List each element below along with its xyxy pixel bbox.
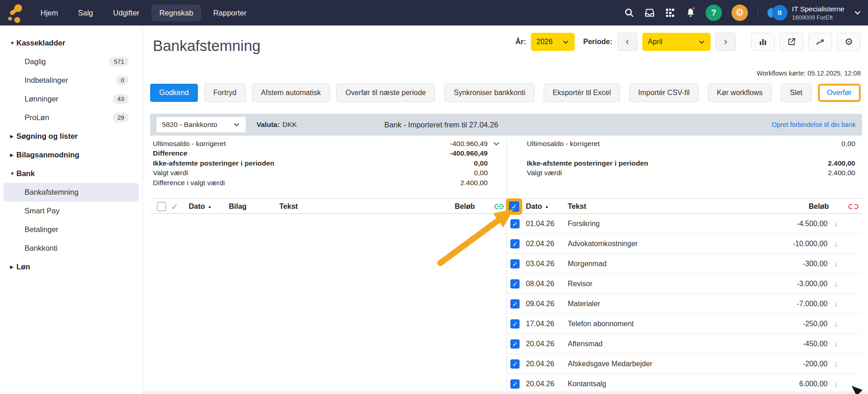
table-row[interactable]: ✓ 02.04.26 Advokatomkostninger -10.000,0…	[507, 234, 862, 254]
table-row[interactable]: ✓ 20.04.26 Kontantsalg 6.000,00 ↓	[507, 374, 862, 394]
row-checkbox[interactable]: ✓	[510, 259, 520, 268]
table-row[interactable]: ✓ 17.04.26 Telefon abonnoment -250,00 ↓	[507, 314, 862, 334]
sidebar-item-lonninger[interactable]: Lønninger 43	[4, 90, 139, 108]
nav-item-salg[interactable]: Salg	[71, 5, 101, 21]
row-checkbox[interactable]: ✓	[510, 299, 520, 308]
sidebar-item-indbetalinger[interactable]: Indbetalinger 0	[4, 71, 139, 90]
sidebar-item-bankkonti[interactable]: Bankkonti	[4, 239, 139, 258]
column-header-text-right[interactable]: Tekst	[568, 199, 586, 214]
sidebar-item-daglig[interactable]: Daglig 571	[4, 52, 139, 71]
chart-view-button[interactable]	[751, 33, 775, 51]
settings-button[interactable]: ⚙	[732, 5, 748, 21]
column-header-text-left[interactable]: Tekst	[279, 199, 298, 214]
open-external-button[interactable]	[780, 33, 803, 51]
run-workflows-button[interactable]: Kør workflows	[708, 84, 772, 102]
sidebar-group-bank[interactable]: ▼ Bank	[4, 164, 139, 183]
unlinked-entries-icon[interactable]	[848, 199, 858, 214]
delete-button[interactable]: Slet	[781, 84, 812, 102]
summary-label: Difference i valgt værdi	[153, 179, 225, 187]
transfer-button[interactable]: Overfør	[818, 84, 861, 102]
table-row[interactable]: ✓ 08.04.26 Revisor -3.000,00 ↓	[507, 274, 862, 294]
help-button[interactable]: ?	[706, 5, 722, 21]
row-checkbox[interactable]: ✓	[510, 379, 520, 389]
row-checkbox[interactable]: ✓	[510, 279, 520, 288]
inbox-icon[interactable]	[644, 7, 655, 18]
sidebar-group-kassekladder[interactable]: ▼ Kassekladder	[4, 34, 139, 52]
linked-entries-icon[interactable]	[494, 199, 504, 214]
bank-account-select[interactable]: 5820 - Bankkonto	[156, 117, 246, 132]
currency-value: DKK	[283, 121, 297, 128]
table-row[interactable]: ✓ 03.04.26 Morgenmad -300,00 ↓	[507, 254, 862, 274]
row-date: 02.04.26	[526, 240, 568, 248]
nav-item-hjem[interactable]: Hjem	[33, 5, 66, 21]
year-value: 2026	[536, 38, 553, 46]
sidebar-item-prolon[interactable]: ProLøn 29	[4, 108, 139, 127]
sync-bank-accounts-button[interactable]: Synkroniser bankkonti	[444, 84, 534, 102]
company-name: IT Specialisterne	[792, 5, 844, 13]
connect-bank-link[interactable]: Opret forbindelse til din bank	[772, 121, 856, 128]
previous-period-button[interactable]: ‹	[617, 33, 637, 51]
app-logo[interactable]	[0, 2, 30, 23]
table-row[interactable]: ✓ 20.04.26 Aftensmad -450,00 ↓	[507, 334, 862, 354]
sidebar-group-lon[interactable]: ▶ Løn	[4, 258, 139, 276]
column-header-date-right[interactable]: Dato▲	[526, 199, 549, 214]
notifications-bell-icon[interactable]	[685, 7, 696, 18]
nav-item-regnskab[interactable]: Regnskab	[151, 5, 201, 21]
bank-reconciliation-app: Hjem Salg Udgifter Regnskab Rapporter	[0, 0, 868, 394]
transfer-next-period-button[interactable]: Overfør til næste periode	[336, 84, 435, 102]
sidebar-item-smart-pay[interactable]: Smart Pay	[4, 202, 139, 220]
next-period-button[interactable]: ›	[716, 33, 736, 51]
auto-reconcile-button[interactable]: Afstem automatisk	[252, 84, 330, 102]
sidebar-item-label: Bankkonti	[25, 244, 57, 253]
summary-collapse-toggle[interactable]	[492, 140, 500, 150]
workflows-button[interactable]	[808, 33, 832, 51]
year-select[interactable]: 2026	[531, 33, 575, 51]
move-down-icon[interactable]: ↓	[830, 259, 842, 269]
sidebar-item-bankafstemning[interactable]: Bankafstemning	[4, 183, 139, 202]
move-down-icon[interactable]: ↓	[830, 219, 842, 229]
select-all-right-checkbox[interactable]: ✓	[509, 202, 519, 212]
workflow-arrow-icon	[815, 37, 825, 46]
summary-row: Difference -400.960,49	[153, 149, 488, 159]
nav-item-rapporter[interactable]: Rapporter	[206, 5, 254, 21]
column-header-amount-left[interactable]: Beløb	[423, 199, 475, 214]
approve-button[interactable]: Godkend	[150, 84, 198, 102]
move-down-icon[interactable]: ↓	[830, 359, 842, 369]
bank-account-bar: 5820 - Bankkonto Valuta:DKK Bank - Impor…	[150, 114, 862, 136]
row-checkbox[interactable]: ✓	[510, 359, 520, 369]
account-switcher[interactable]: it IT Specialisterne 1609009 ForEft	[767, 5, 862, 21]
sidebar-group-sogning-og-lister[interactable]: ▶ Søgning og lister	[4, 127, 139, 146]
sidebar-item-betalinger[interactable]: Betalinger	[4, 220, 139, 239]
table-row[interactable]: ✓ 20.04.26 Afskedsgave Medarbejder -200,…	[507, 354, 862, 374]
move-down-icon[interactable]: ↓	[830, 319, 842, 329]
search-icon[interactable]	[624, 7, 635, 18]
row-checkbox[interactable]: ✓	[510, 319, 520, 328]
mark-all-icon[interactable]: ✓	[171, 199, 178, 214]
move-down-icon[interactable]: ↓	[830, 239, 842, 249]
import-csv-button[interactable]: Importér CSV-fil	[629, 84, 699, 102]
summary-row: Ultimosaldo - korrigeret 0,00	[527, 139, 855, 149]
column-header-voucher[interactable]: Bilag	[229, 199, 247, 214]
table-row[interactable]: ✓ 01.04.26 Forsikring -4.500,00 ↓	[507, 214, 862, 234]
row-checkbox[interactable]: ✓	[510, 239, 520, 248]
table-settings-button[interactable]: ⚙	[837, 33, 861, 51]
row-checkbox[interactable]: ✓	[510, 219, 520, 228]
undo-button[interactable]: Fortryd	[204, 84, 246, 102]
horizontal-scrollbar[interactable]	[143, 392, 868, 394]
period-label: Periode:	[583, 38, 612, 46]
move-down-icon[interactable]: ↓	[830, 279, 842, 289]
apps-grid-icon[interactable]	[665, 7, 676, 18]
row-checkbox[interactable]: ✓	[510, 339, 520, 349]
export-excel-button[interactable]: Eksportér til Excel	[544, 84, 620, 102]
select-all-left-checkbox[interactable]	[157, 199, 166, 214]
table-row[interactable]: ✓ 09.04.26 Materialer -7.000,00 ↓	[507, 294, 862, 314]
column-header-amount-right[interactable]: Beløb	[778, 199, 829, 214]
period-select[interactable]: April	[642, 33, 711, 51]
move-down-icon[interactable]: ↓	[830, 339, 842, 349]
move-down-icon[interactable]: ↓	[830, 299, 842, 309]
sidebar: ▼ Kassekladder Daglig 571 Indbetalinger …	[0, 25, 143, 394]
nav-item-udgifter[interactable]: Udgifter	[106, 5, 147, 21]
move-down-icon[interactable]: ↓	[830, 379, 842, 389]
column-header-date-left[interactable]: Dato▲	[189, 199, 212, 214]
sidebar-group-bilagsanmodning[interactable]: ▶ Bilagsanmodning	[4, 146, 139, 164]
